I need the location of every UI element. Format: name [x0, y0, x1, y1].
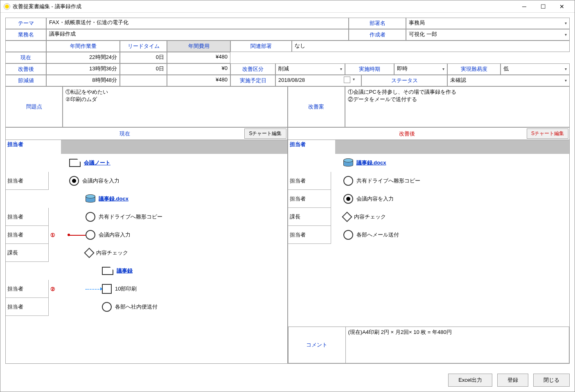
- status-label: ステータス: [361, 75, 447, 86]
- after-leadtime: 0日: [120, 63, 167, 75]
- chart-after-edit-button[interactable]: Sチャート編集: [527, 128, 568, 139]
- process-filled-icon: [343, 194, 353, 204]
- flow-label[interactable]: 議事録.docx: [99, 195, 129, 203]
- process-filled-icon: [69, 176, 79, 186]
- minimize-button[interactable]: ─: [515, 0, 534, 13]
- after-workload: 13時間36分: [46, 63, 120, 75]
- maximize-button[interactable]: ☐: [534, 0, 552, 13]
- calendar-icon[interactable]: [344, 77, 350, 83]
- flow-item[interactable]: 各部へ社内便送付: [102, 298, 287, 316]
- current-cost: ¥480: [167, 52, 230, 63]
- role-cell: 担当者: [288, 172, 331, 190]
- related-value[interactable]: なし: [292, 41, 570, 52]
- jiki-label: 実施時期: [345, 63, 394, 75]
- comment-label: コメント: [289, 327, 346, 363]
- dept-selected: 事務局: [409, 19, 425, 27]
- flow-item[interactable]: 議事録.docx: [86, 190, 287, 208]
- yoteibi-value[interactable]: 2018/08/28: [275, 75, 361, 86]
- flow-label: 会議内容を入力: [356, 195, 394, 203]
- excel-button[interactable]: Excel出力: [448, 374, 492, 387]
- current-workload: 22時間24分: [46, 52, 120, 63]
- kubun-value[interactable]: 削減▾: [275, 63, 345, 75]
- flow-item[interactable]: 各部へメール送付: [343, 226, 570, 244]
- flow-item[interactable]: 議事録: [102, 262, 287, 280]
- role-cell: 担当者: [288, 226, 331, 244]
- flow-label: 各部へ社内便送付: [115, 303, 158, 311]
- database-icon: [343, 159, 353, 167]
- flow-label: 内容チェック: [96, 249, 128, 257]
- save-button[interactable]: 登録: [497, 374, 528, 387]
- role-header-after: 担当者: [288, 140, 331, 154]
- role-cell: [288, 154, 331, 172]
- status-value[interactable]: 未確認▾: [447, 75, 570, 86]
- flow-item[interactable]: 会議ノート: [69, 154, 287, 172]
- flow-item[interactable]: 会議内容を入力: [69, 172, 287, 190]
- chart-current-edit-button[interactable]: Sチャート編集: [244, 128, 286, 139]
- flow-label[interactable]: 会議ノート: [84, 159, 110, 167]
- jiki-value[interactable]: 即時▾: [394, 63, 447, 75]
- badge-cell: ①: [49, 226, 57, 244]
- saving-workload: 8時間48分: [46, 75, 120, 86]
- role-cell: 担当者: [6, 298, 49, 316]
- chevron-down-icon: ▾: [565, 78, 567, 83]
- chevron-down-icon: ▾: [442, 67, 444, 71]
- chart-after-panel: 改善後 Sチャート編集 担当者 担当者担当者課長担当者 議事録.docx共有ドラ…: [288, 127, 570, 364]
- theme-input[interactable]: [49, 20, 346, 26]
- flow-label[interactable]: 議事録: [117, 267, 133, 275]
- flow-item[interactable]: 内容チェック: [343, 208, 570, 226]
- app-icon: [4, 3, 10, 10]
- database-icon: [86, 195, 95, 203]
- dept-label: 部署名: [349, 18, 406, 29]
- document-icon: [69, 159, 81, 167]
- chart-current-panel: 現在 Sチャート編集 担当者 担当者担当者担当者課長担当者担当者 ①② 会議ノー…: [5, 127, 288, 364]
- chevron-down-icon: ▾: [340, 67, 342, 71]
- flow-label: 会議内容入力: [99, 231, 131, 239]
- role-cell: 担当者: [6, 172, 49, 190]
- flow-item[interactable]: 10部印刷: [102, 280, 287, 298]
- author-value[interactable]: 可視化 一郎▾: [406, 29, 570, 41]
- role-cell: 課長: [288, 208, 331, 226]
- role-cell: 担当者: [6, 280, 49, 298]
- theme-value[interactable]: [46, 18, 349, 29]
- flow-item[interactable]: 議事録.docx: [343, 154, 570, 172]
- titlebar: 改善提案書編集 - 議事録作成 ─ ☐ ✕: [0, 0, 575, 13]
- close-button[interactable]: 閉じる: [533, 374, 570, 387]
- chart-after-title: 改善後: [288, 128, 526, 139]
- problem-value[interactable]: ①転記をやめたい ②印刷のムダ: [63, 86, 288, 127]
- theme-label: テーマ: [5, 18, 46, 29]
- role-cell: [6, 262, 49, 280]
- role-cell: 担当者: [6, 208, 49, 226]
- role-cell: 課長: [6, 244, 49, 262]
- problem-label: 問題点: [5, 86, 63, 127]
- dept-value[interactable]: 事務局▾: [406, 18, 570, 29]
- row-after: 改善後: [5, 63, 46, 75]
- comment-value[interactable]: (現在)A4印刷 2円 × 月2回× 10 枚 = 年480円: [346, 327, 569, 363]
- flow-label: 10部印刷: [115, 285, 137, 293]
- badge-cell: [49, 244, 57, 262]
- current-leadtime: 0日: [120, 52, 167, 63]
- task-input[interactable]: [49, 31, 346, 37]
- flow-label: 内容チェック: [354, 213, 386, 221]
- flow-label: 共有ドライブへ雛形コピー: [356, 177, 420, 185]
- row-saving: 節減値: [5, 75, 46, 86]
- flow-item[interactable]: 会議内容入力: [86, 226, 287, 244]
- flow-item[interactable]: 共有ドライブへ雛形コピー: [86, 208, 287, 226]
- plan-value[interactable]: ①会議にPCを持参し、その場で議事録を作る ②データをメールで送付する: [345, 86, 570, 127]
- flow-label: 会議内容を入力: [82, 177, 120, 185]
- decision-icon: [84, 248, 94, 258]
- nanido-value[interactable]: 低▾: [501, 63, 570, 75]
- badge-cell: [49, 208, 57, 226]
- close-button[interactable]: ✕: [552, 0, 571, 13]
- flow-item[interactable]: 内容チェック: [86, 244, 287, 262]
- process-icon: [343, 230, 353, 240]
- task-label: 業務名: [5, 29, 46, 41]
- task-value[interactable]: [46, 29, 349, 41]
- blank-cell: [5, 41, 46, 52]
- saving-cost: ¥480: [167, 75, 230, 86]
- flow-item[interactable]: 共有ドライブへ雛形コピー: [343, 172, 570, 190]
- document-icon: [102, 267, 113, 275]
- flow-label[interactable]: 議事録.docx: [356, 159, 386, 167]
- row-current: 現在: [5, 52, 46, 63]
- flow-item[interactable]: 会議内容を入力: [343, 190, 570, 208]
- author-label: 作成者: [349, 29, 406, 41]
